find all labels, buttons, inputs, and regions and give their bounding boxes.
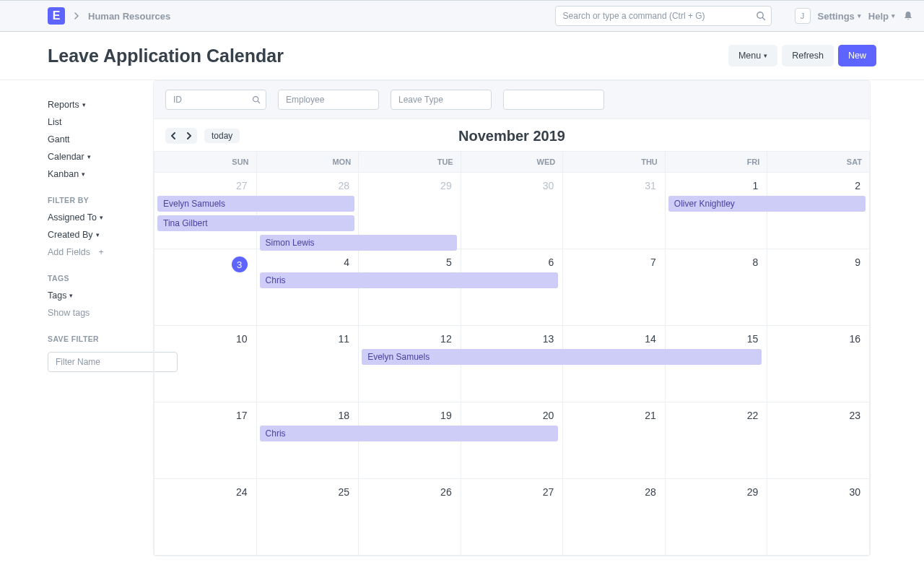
calendar-cell[interactable]: 4Chris	[256, 249, 359, 326]
calendar-title: November 2019	[458, 128, 565, 144]
chevron-down-icon: ▾	[892, 12, 895, 20]
calendar-cell[interactable]: 20	[461, 402, 563, 479]
calendar-cell[interactable]: 19	[359, 402, 461, 479]
app-logo[interactable]: E	[48, 7, 65, 25]
calendar-cell[interactable]: 27Evelyn SamuelsTina Gilbert	[154, 173, 257, 249]
menu-button[interactable]: Menu▾	[728, 45, 777, 66]
page-header: Leave Application Calendar Menu▾ Refresh…	[0, 32, 924, 80]
calendar-cell[interactable]: 25	[256, 479, 359, 556]
sidebar-filter-created[interactable]: Created By▾	[48, 226, 141, 243]
save-filter-label: SAVE FILTER	[48, 335, 141, 343]
settings-link[interactable]: Settings▾	[818, 11, 861, 22]
search-icon	[756, 11, 766, 21]
page-title: Leave Application Calendar	[48, 46, 728, 66]
calendar-cell[interactable]: 26	[359, 479, 461, 556]
calendar-cell[interactable]: 23	[767, 402, 870, 479]
today-button[interactable]: today	[204, 129, 240, 143]
chevron-down-icon: ▾	[100, 214, 103, 221]
breadcrumb-sep-icon	[74, 12, 79, 20]
chevron-down-icon: ▾	[858, 12, 861, 20]
sidebar-item-reports[interactable]: Reports▾	[48, 96, 141, 113]
calendar-cell[interactable]: 12Evelyn Samuels	[359, 326, 461, 402]
calendar-cell[interactable]: 30	[767, 479, 870, 556]
breadcrumb[interactable]: Human Resources	[88, 11, 170, 22]
sidebar-filter-assigned[interactable]: Assigned To▾	[48, 209, 141, 226]
calendar-cell[interactable]: 3	[154, 249, 257, 326]
sidebar: Reports▾ List Gantt Calendar▾ Kanban▾ FI…	[0, 80, 141, 556]
filter-leavetype-input[interactable]	[391, 90, 492, 110]
filter-id-input[interactable]	[165, 90, 266, 110]
plus-icon: +	[99, 247, 104, 257]
calendar-cell[interactable]: 13	[461, 326, 563, 402]
calendar-cell[interactable]: 11	[256, 326, 359, 402]
chevron-down-icon: ▾	[69, 292, 73, 299]
calendar-cell[interactable]: 16	[767, 326, 870, 402]
sidebar-item-gantt[interactable]: Gantt	[48, 131, 141, 148]
calendar-cell[interactable]: 10	[154, 326, 257, 402]
navbar: E Human Resources J Settings▾ Help▾	[0, 0, 924, 32]
filter-bar	[154, 81, 870, 119]
cal-day-header: Sun	[154, 152, 257, 173]
tags-label: TAGS	[48, 274, 141, 282]
calendar-cell[interactable]: 15	[665, 326, 767, 402]
calendar-cell[interactable]: 21	[563, 402, 666, 479]
calendar-cell[interactable]: 29	[359, 173, 461, 249]
calendar-cell[interactable]: 18Chris	[256, 402, 359, 479]
calendar-cell[interactable]: 2	[767, 173, 870, 249]
refresh-button[interactable]: Refresh	[782, 45, 834, 66]
chevron-down-icon: ▾	[82, 171, 85, 178]
calendar-cell[interactable]: 6	[461, 249, 563, 326]
filter-by-label: FILTER BY	[48, 196, 141, 204]
new-button[interactable]: New	[838, 45, 876, 66]
cal-day-header: Wed	[461, 152, 563, 173]
calendar-toolbar: today November 2019	[154, 119, 870, 151]
search-field[interactable]	[555, 6, 772, 26]
calendar-cell[interactable]: 14	[563, 326, 666, 402]
help-link[interactable]: Help▾	[868, 11, 895, 22]
add-fields-button[interactable]: Add Fields +	[48, 243, 141, 261]
chevron-down-icon: ▾	[96, 231, 100, 238]
calendar-cell[interactable]: 30	[461, 173, 563, 249]
calendar-cell[interactable]: 24	[154, 479, 257, 556]
filter-employee-input[interactable]	[278, 90, 379, 110]
cal-day-header: Tue	[359, 152, 461, 173]
calendar-cell[interactable]: 5	[359, 249, 461, 326]
calendar-cell[interactable]: 28Simon Lewis	[256, 173, 359, 249]
cal-day-header: Sat	[767, 152, 870, 173]
calendar-cell[interactable]: 31	[563, 173, 666, 249]
cal-day-header: Mon	[256, 152, 359, 173]
cal-day-header: Thu	[563, 152, 666, 173]
prev-month-button[interactable]	[165, 128, 181, 144]
calendar-cell[interactable]: 7	[563, 249, 666, 326]
calendar-cell[interactable]: 8	[665, 249, 767, 326]
calendar-cell[interactable]: 29	[665, 479, 767, 556]
search-icon	[252, 95, 261, 104]
chevron-down-icon: ▾	[87, 153, 91, 160]
sidebar-item-list[interactable]: List	[48, 113, 141, 131]
calendar-cell[interactable]: 22	[665, 402, 767, 479]
avatar[interactable]: J	[795, 8, 811, 24]
next-month-button[interactable]	[181, 128, 197, 144]
sidebar-tags[interactable]: Tags▾	[48, 287, 141, 304]
main-content: today November 2019 SunMonTueWedThuFriSa…	[141, 80, 924, 556]
svg-line-1	[762, 17, 764, 20]
bell-icon[interactable]	[902, 10, 914, 22]
cal-day-header: Fri	[665, 152, 767, 173]
search-input[interactable]	[555, 6, 772, 26]
calendar-cell[interactable]: 27	[461, 479, 563, 556]
calendar-grid: SunMonTueWedThuFriSat 27Evelyn SamuelsTi…	[154, 151, 870, 556]
sidebar-item-calendar[interactable]: Calendar▾	[48, 148, 141, 165]
svg-line-3	[258, 101, 260, 103]
calendar-cell[interactable]: 17	[154, 402, 257, 479]
calendar-cell[interactable]: 28	[563, 479, 666, 556]
calendar-cell[interactable]: 9	[767, 249, 870, 326]
show-tags[interactable]: Show tags	[48, 304, 141, 322]
calendar-cell[interactable]: 1Oliver Knightley	[665, 173, 767, 249]
chevron-down-icon: ▾	[82, 101, 86, 108]
sidebar-item-kanban[interactable]: Kanban▾	[48, 165, 141, 183]
filter-blank-input[interactable]	[503, 90, 604, 110]
chevron-down-icon: ▾	[764, 52, 767, 59]
